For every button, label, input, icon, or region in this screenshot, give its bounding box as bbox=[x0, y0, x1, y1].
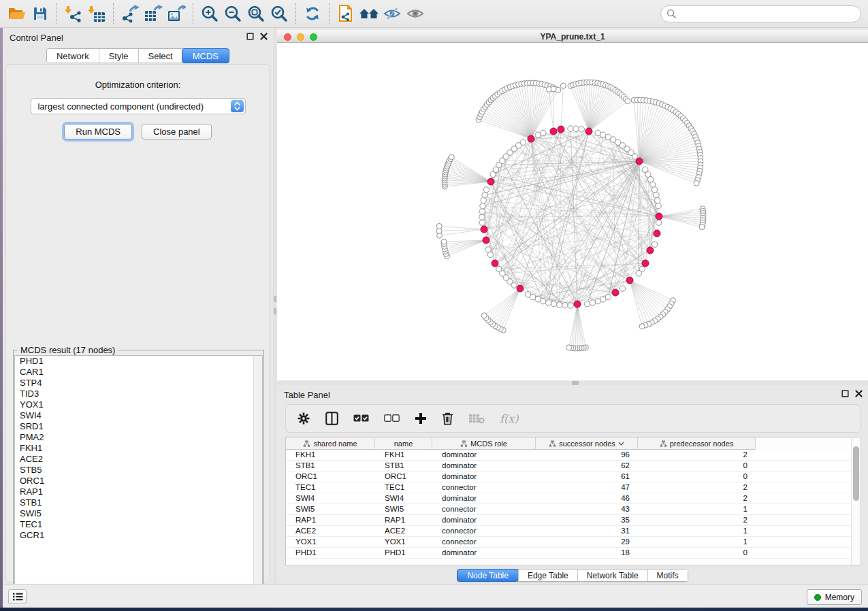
criterion-dropdown[interactable]: largest connected component (undirected) bbox=[31, 98, 246, 114]
graph-hub-node[interactable] bbox=[528, 135, 534, 142]
memory-button[interactable]: Memory bbox=[807, 589, 862, 605]
graph-node[interactable] bbox=[654, 192, 659, 197]
cell-predecessor-nodes[interactable]: 0 bbox=[638, 461, 756, 471]
close-panel-icon[interactable] bbox=[855, 390, 863, 397]
graph-leaf-node[interactable] bbox=[694, 180, 699, 186]
cell-predecessor-nodes[interactable]: 2 bbox=[638, 482, 756, 493]
mcds-node-item[interactable]: ACE2 bbox=[15, 454, 262, 465]
mcds-node-item[interactable]: STB1 bbox=[15, 497, 262, 508]
float-panel-icon[interactable] bbox=[246, 33, 254, 40]
graph-node[interactable] bbox=[480, 203, 485, 209]
close-panel-icon[interactable] bbox=[260, 33, 268, 40]
graph-node[interactable] bbox=[479, 209, 485, 214]
tab-motifs[interactable]: Motifs bbox=[647, 569, 688, 581]
create-column-button[interactable] bbox=[415, 412, 427, 425]
tab-network-table[interactable]: Network Table bbox=[577, 569, 647, 581]
graph-node[interactable] bbox=[545, 300, 551, 306]
cell-MCDS-role[interactable]: dominator bbox=[432, 548, 536, 558]
import-table-button[interactable] bbox=[85, 2, 108, 25]
graph-hub-node[interactable] bbox=[626, 277, 633, 284]
graph-hub-node[interactable] bbox=[636, 158, 643, 165]
graph-node[interactable] bbox=[620, 286, 625, 291]
graph-node[interactable] bbox=[479, 220, 485, 225]
column-settings-button[interactable] bbox=[297, 412, 310, 425]
graph-node[interactable] bbox=[481, 197, 486, 203]
graph-hub-node[interactable] bbox=[517, 285, 524, 292]
list-scrollbar[interactable] bbox=[253, 356, 262, 599]
column-header-predecessor-nodes[interactable]: predecessor nodes bbox=[638, 437, 756, 450]
graph-node[interactable] bbox=[562, 303, 568, 308]
cell-predecessor-nodes[interactable]: 2 bbox=[638, 450, 756, 460]
split-handle[interactable] bbox=[274, 296, 276, 302]
import-network-button[interactable] bbox=[62, 2, 85, 25]
graph-node[interactable] bbox=[656, 203, 661, 209]
network-canvas[interactable] bbox=[277, 43, 868, 380]
cell-shared-name[interactable]: STB1 bbox=[286, 461, 375, 471]
first-neighbors-button[interactable] bbox=[357, 2, 381, 25]
graph-node[interactable] bbox=[541, 298, 546, 303]
cell-name[interactable]: ACE2 bbox=[375, 526, 432, 536]
graph-hub-node[interactable] bbox=[558, 126, 564, 133]
graph-hub-node[interactable] bbox=[647, 247, 654, 254]
cell-predecessor-nodes[interactable]: 2 bbox=[638, 515, 756, 525]
mcds-node-item[interactable]: SWI5 bbox=[15, 508, 262, 519]
graph-leaf-node[interactable] bbox=[551, 86, 556, 92]
export-network-file-button[interactable] bbox=[334, 2, 357, 25]
graph-node[interactable] bbox=[483, 187, 489, 193]
graph-leaf-node[interactable] bbox=[560, 83, 566, 88]
graph-node[interactable] bbox=[535, 132, 541, 137]
graph-hub-node[interactable] bbox=[656, 213, 662, 220]
cell-MCDS-role[interactable]: dominator bbox=[432, 493, 536, 503]
cell-name[interactable]: SWI5 bbox=[375, 504, 432, 514]
close-panel-button[interactable]: Close panel bbox=[142, 124, 212, 139]
graph-node[interactable] bbox=[520, 139, 526, 145]
cell-shared-name[interactable]: RAP1 bbox=[286, 515, 375, 525]
tab-edge-table[interactable]: Edge Table bbox=[518, 569, 577, 581]
mcds-node-item[interactable]: STB5 bbox=[15, 465, 262, 476]
cell-MCDS-role[interactable]: connector bbox=[432, 482, 536, 493]
graph-leaf-node[interactable] bbox=[441, 239, 447, 244]
cell-shared-name[interactable]: SWI5 bbox=[286, 504, 375, 514]
column-header-MCDS-role[interactable]: MCDS role bbox=[432, 437, 536, 450]
cell-MCDS-role[interactable]: connector bbox=[432, 504, 536, 514]
graph-leaf-node[interactable] bbox=[639, 324, 645, 329]
show-graphics-details-button[interactable] bbox=[404, 2, 427, 25]
graph-hub-node[interactable] bbox=[550, 128, 557, 135]
hide-graphics-details-button[interactable] bbox=[381, 2, 404, 25]
run-mcds-button[interactable]: Run MCDS bbox=[64, 124, 132, 139]
mcds-node-item[interactable]: CAR1 bbox=[15, 367, 262, 378]
scrollbar-thumb[interactable] bbox=[853, 446, 859, 501]
cell-successor-nodes[interactable]: 96 bbox=[536, 450, 638, 460]
cell-MCDS-role[interactable]: dominator bbox=[432, 472, 536, 482]
network-graph[interactable] bbox=[277, 43, 868, 380]
graph-hub-node[interactable] bbox=[483, 237, 489, 244]
cell-predecessor-nodes[interactable]: 0 bbox=[638, 472, 756, 482]
cell-MCDS-role[interactable]: connector bbox=[432, 526, 536, 536]
cell-shared-name[interactable]: SWI4 bbox=[286, 493, 375, 503]
zoom-out-button[interactable] bbox=[221, 2, 244, 25]
zoom-selected-button[interactable] bbox=[268, 2, 291, 25]
cell-predecessor-nodes[interactable]: 1 bbox=[638, 504, 756, 514]
refresh-view-button[interactable] bbox=[301, 2, 324, 25]
mcds-node-item[interactable]: ORC1 bbox=[15, 476, 262, 486]
mcds-node-item[interactable]: PMA2 bbox=[15, 432, 262, 443]
graph-node[interactable] bbox=[590, 300, 595, 306]
cell-successor-nodes[interactable]: 43 bbox=[536, 504, 638, 514]
cell-MCDS-role[interactable]: connector bbox=[432, 537, 536, 547]
graph-node[interactable] bbox=[636, 271, 641, 276]
cell-name[interactable]: STB1 bbox=[375, 461, 432, 471]
graph-leaf-node[interactable] bbox=[481, 313, 487, 318]
export-image-button[interactable] bbox=[165, 2, 188, 25]
cell-MCDS-role[interactable]: dominator bbox=[432, 461, 536, 471]
graph-node[interactable] bbox=[600, 297, 606, 302]
graph-node[interactable] bbox=[579, 127, 584, 132]
search-input[interactable] bbox=[660, 5, 861, 22]
graph-node[interactable] bbox=[656, 220, 662, 225]
mcds-node-item[interactable]: TEC1 bbox=[15, 519, 262, 530]
graph-node[interactable] bbox=[573, 126, 579, 131]
graph-node[interactable] bbox=[595, 298, 600, 303]
mcds-node-item[interactable]: FKH1 bbox=[15, 443, 262, 454]
cell-shared-name[interactable]: YOX1 bbox=[286, 537, 375, 547]
graph-node[interactable] bbox=[652, 242, 657, 247]
graph-leaf-node[interactable] bbox=[566, 345, 572, 350]
